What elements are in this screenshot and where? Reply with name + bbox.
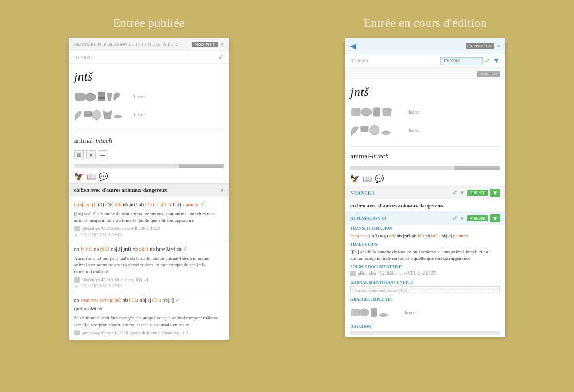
id-dropdown-icon[interactable]: ▼	[492, 57, 500, 65]
nuance-header[interactable]: en lien avec d'autres animaux dangereux …	[69, 183, 229, 196]
word-heading-published: jntš	[69, 64, 229, 86]
nuance-edit-header: NUANCE I. ✓ ▼ PUBLIÉE ▼	[345, 186, 505, 199]
toolbar-btn-2[interactable]: ✕	[86, 150, 96, 159]
translitteration-label: TRANSLITTÉRATION	[345, 225, 505, 231]
translation-label-published: animal-intech	[69, 133, 229, 148]
arrow-left-icon[interactable]: ◀	[350, 42, 356, 51]
attestation-edit-label: ATTESTATION I.1	[350, 216, 386, 221]
id-row-editing: ID 00001 ID 00001 ✓ ▼	[345, 54, 505, 68]
hieroglyph-edit-image-1	[350, 105, 402, 119]
karnak-input[interactable]: Karnak identifiant unique (KId)	[350, 286, 500, 294]
gray-bar-edit	[350, 166, 500, 170]
editing-column: Entrée en cours d'édition ◀ CONSULTER × …	[298, 16, 553, 340]
editing-title: Entrée en cours d'édition	[364, 16, 487, 30]
svg-rect-3	[98, 97, 105, 99]
close-button-editing[interactable]: ×	[497, 43, 500, 49]
attestation-block-2: nn ḥ' hf3 nb hf3.t nb[.t] jntš nb ddf.t …	[69, 241, 229, 292]
svg-rect-7	[351, 108, 360, 116]
animal-icon-edit: 🦅	[350, 174, 359, 183]
hieroglyph-section-published: hiérat. hiérat.	[69, 86, 229, 129]
id-input-box[interactable]: ID 00001	[440, 57, 483, 65]
published-card: DERNIÈRE PUBLICATION LE 14 JUIN 2016 À 1…	[69, 38, 229, 340]
published-card-header: DERNIÈRE PUBLICATION LE 14 JUIN 2016 À 1…	[69, 38, 229, 51]
source-row-1: pBrooklyn 47.218.58b, ro x+VIII, 20-21[§…	[74, 226, 224, 231]
nuance-title: en lien avec d'autres animaux dangereux	[74, 187, 167, 193]
hieroglyph-edit-image-2	[350, 123, 402, 138]
source-icon-1	[74, 226, 80, 231]
hiero-label-1: hiérat.	[134, 94, 146, 99]
nuance-chevron-icon: ∨	[220, 187, 224, 193]
graphic-edit-row: hiérat.	[345, 302, 505, 323]
separator-1	[74, 131, 224, 131]
source-edit-inner: pBrooklyn 47.218.58b, ro x+VIII, 20-21[§…	[350, 271, 500, 276]
hieroglyph-row-edit-2: hiérat.	[350, 123, 500, 138]
source-text-2: pBrooklyn 47.218.58b, ro x+x, 8 [§59]	[82, 277, 148, 282]
hieroglyph-image-1	[74, 89, 128, 104]
publier-bar: PUBLIER	[345, 68, 505, 79]
nuance-edit-buttons: ✓ ▼ PUBLIÉE ▼	[452, 189, 500, 197]
translit-2: nn ḥ' hf3 nb hf3.t nb[.t] jntš nb ddf.t …	[74, 244, 224, 253]
attestation-check-icon[interactable]: ✓	[452, 214, 458, 222]
toolbar-btn-3[interactable]: —	[98, 150, 108, 159]
svg-rect-12	[351, 309, 360, 316]
hiero-label-2: hiérat.	[134, 112, 146, 117]
toolbar-btn-1[interactable]: ⊞	[74, 150, 84, 159]
source-edit-icon	[350, 271, 356, 276]
id-input-area: ID 00001 ✓ ▼	[440, 57, 500, 65]
datation-label: DATATION	[345, 323, 505, 330]
nuance-edit-label: NUANCE I.	[350, 190, 375, 196]
icon-row-editing: 🦅 📖 💬	[345, 172, 505, 186]
published-title: Entrée publiée	[113, 16, 185, 30]
editing-card-header: ◀ CONSULTER ×	[345, 38, 505, 54]
consulter-button[interactable]: CONSULTER	[466, 43, 495, 49]
book-icon-edit: 📖	[363, 174, 372, 183]
attestation-block-1: htm[=n=j] r(3) n(y) ddf nb jntš nb hf3 n…	[69, 196, 229, 241]
animal-icon: 🦅	[74, 172, 83, 181]
translation-label-editing: animal-intech	[345, 149, 505, 164]
svg-point-11	[370, 125, 379, 135]
intech-italic-edit: intech	[372, 152, 389, 160]
toolbar-row: ⊞ ✕ —	[69, 148, 229, 162]
svg-rect-14	[371, 308, 377, 317]
publication-date: DERNIÈRE PUBLICATION LE 14 JUIN 2016 À 1…	[74, 42, 178, 47]
nuance-publie-button[interactable]: PUBLIÉE	[467, 190, 489, 196]
attestation-publie-button[interactable]: PUBLIÉE	[467, 215, 489, 221]
nuance-dropdown-button[interactable]: ▼	[490, 189, 500, 197]
modifier-button[interactable]: MODIFIER	[192, 42, 218, 47]
nuance-check-dropdown[interactable]: ▼	[460, 190, 465, 196]
hieroglyph-image-2	[74, 107, 128, 122]
hieroglyph-row-edit-1: hiérat.	[350, 105, 500, 119]
karnak-label: KARNAK IDENTIFIANT UNIQUE	[345, 278, 505, 285]
attestation-block-3: nn wnm=tw jwf=jn hf3 nb hf3.t nb[.t] d3r…	[69, 292, 229, 340]
translit-edit-row: htm[=n=j] r(3) n(y) ddf nb jntš nb hf3 n…	[345, 231, 505, 241]
publier-button[interactable]: PUBLIER	[477, 71, 500, 77]
source-text-3: sarcophage Caire CG 29301, paroi de la c…	[82, 331, 188, 335]
id-row-published: ID 00001 ✓	[69, 51, 229, 64]
editing-header-buttons: CONSULTER ×	[466, 43, 500, 49]
svg-rect-10	[361, 126, 369, 132]
attestation-dropdown-button[interactable]: ▼	[490, 214, 500, 222]
icon-row-published: 🦅 📖 💬	[69, 170, 229, 183]
svg-point-1	[85, 93, 96, 101]
close-button-published[interactable]: ×	[221, 42, 224, 47]
published-column: Entrée publiée DERNIÈRE PUBLICATION LE 1…	[21, 16, 277, 340]
svg-point-8	[361, 108, 372, 116]
source-icon-2	[74, 277, 80, 283]
translit-edit-text: htm[=n=j] r(3) n(y) ddf nb jntš nb hf3 n…	[350, 233, 500, 239]
hieroglyph-row-2: hiérat.	[74, 107, 224, 122]
translit-3: nn wnm=tw jwf=jn hf3 nb hf3.t nb[.t] d3r…	[74, 295, 224, 305]
source-row-3: sarcophage Caire CG 29301, paroi de la c…	[74, 330, 224, 335]
hieroglyph-row-1: hiérat.	[74, 89, 224, 104]
attestation-check-dropdown[interactable]: ▼	[460, 215, 465, 221]
translation-1: [j'ai] scellé la bouche de tout animal v…	[74, 211, 224, 224]
traduction-edit-row: [j'ai] scellé la bouche de tout animal v…	[345, 247, 505, 263]
svg-rect-5	[84, 114, 92, 115]
intech-italic: intech	[95, 137, 112, 145]
translation-2: Aucun animal rampant mâle ou femelle, au…	[74, 255, 224, 275]
main-container: Entrée publiée DERNIÈRE PUBLICATION LE 1…	[0, 0, 574, 356]
word-heading-editing: jntš	[345, 79, 505, 101]
nuance-check-icon[interactable]: ✓	[452, 189, 458, 197]
id-text-published: ID 00001	[74, 55, 92, 60]
speech-icon: 💬	[99, 172, 108, 181]
graphic-hiero-label: hiérat.	[405, 310, 417, 315]
